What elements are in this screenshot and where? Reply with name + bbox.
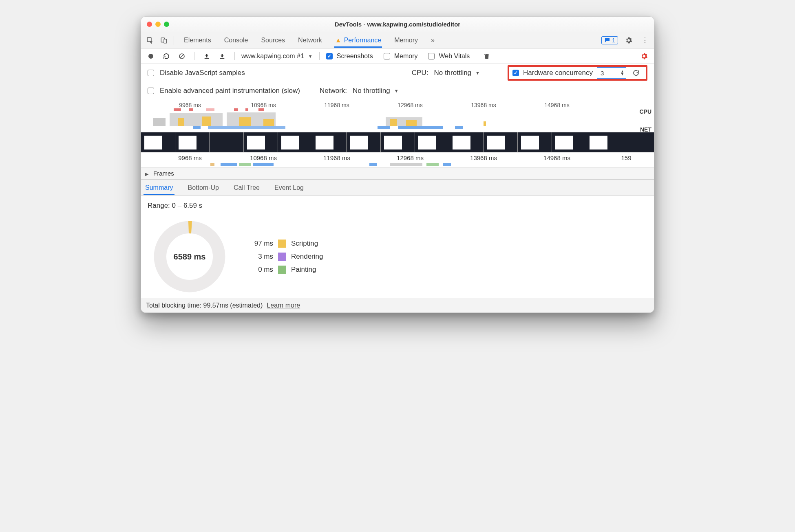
load-profile-button[interactable] — [201, 51, 212, 62]
messages-button[interactable]: 1 — [601, 36, 618, 44]
window-title: DevTools - www.kapwing.com/studio/editor — [141, 21, 654, 28]
time-tick: 159 — [621, 154, 631, 161]
screenshots-checkbox[interactable] — [326, 53, 333, 59]
memory-checkbox[interactable] — [384, 53, 390, 59]
filmstrip-frame[interactable] — [347, 132, 381, 152]
zoom-window-button[interactable] — [164, 22, 169, 27]
inspect-element-icon[interactable] — [144, 35, 156, 46]
subtab-summary[interactable]: Summary — [144, 180, 174, 195]
filmstrip-frame[interactable] — [278, 132, 312, 152]
enable-paint-inst-checkbox[interactable] — [148, 88, 154, 94]
enable-paint-inst-label: Enable advanced paint instrumentation (s… — [160, 87, 300, 95]
tabs-overflow-button[interactable]: » — [430, 33, 435, 48]
stepper-icon[interactable]: ▲▼ — [621, 70, 624, 76]
filmstrip-frame[interactable] — [484, 132, 518, 152]
traffic-lights — [147, 22, 169, 27]
time-tick: 14968 ms — [543, 154, 570, 161]
filmstrip-frame[interactable] — [244, 132, 278, 152]
minimize-window-button[interactable] — [155, 22, 161, 27]
legend-row-rendering: 3 ms Rendering — [245, 253, 323, 261]
filmstrip-frame[interactable] — [415, 132, 449, 152]
summary-panel: Range: 0 – 6.59 s 6589 ms 97 ms Scriptin… — [141, 196, 654, 298]
cpu-throttle-value: No throttling — [434, 69, 471, 77]
tab-sources[interactable]: Sources — [260, 33, 286, 48]
screenshots-label: Screenshots — [337, 53, 373, 60]
tab-console[interactable]: Console — [223, 33, 249, 48]
long-task-marker — [189, 108, 193, 111]
subtab-call-tree[interactable]: Call Tree — [232, 180, 261, 195]
time-tick: 13968 ms — [471, 102, 496, 108]
page-selector[interactable]: www.kapwing.com #1 ▼ — [241, 53, 313, 60]
capture-settings: Disable JavaScript samples CPU: No throt… — [141, 64, 654, 100]
panel-tabs: Elements Console Sources Network ▲ Perfo… — [183, 33, 599, 48]
record-button[interactable] — [145, 51, 157, 62]
legend-row-painting: 0 ms Painting — [245, 266, 323, 274]
filmstrip-frame[interactable] — [210, 132, 244, 152]
titlebar: DevTools - www.kapwing.com/studio/editor — [141, 17, 654, 32]
svg-rect-7 — [220, 58, 225, 59]
clear-button[interactable] — [176, 51, 188, 62]
subtab-event-log[interactable]: Event Log — [273, 180, 305, 195]
legend-value: 97 ms — [245, 240, 273, 248]
range-label: Range: 0 – 6.59 s — [148, 202, 647, 210]
filmstrip-frame[interactable] — [141, 132, 175, 152]
webvitals-checkbox[interactable] — [428, 53, 435, 59]
tab-performance[interactable]: ▲ Performance — [334, 33, 382, 48]
network-throttle-select[interactable]: No throttling ▼ — [353, 87, 399, 95]
separator — [174, 36, 174, 45]
legend-swatch — [278, 240, 286, 248]
time-tick: 14968 ms — [544, 102, 569, 108]
tab-elements[interactable]: Elements — [183, 33, 212, 48]
net-label: NET — [640, 126, 651, 133]
disable-js-samples-label: Disable JavaScript samples — [160, 69, 245, 77]
hardware-concurrency-highlight: Hardware concurrency 3 ▲▼ — [508, 65, 647, 81]
reset-concurrency-icon[interactable] — [630, 67, 642, 79]
subtab-bottom-up[interactable]: Bottom-Up — [186, 180, 220, 195]
delete-icon[interactable] — [481, 51, 492, 62]
webvitals-label: Web Vitals — [439, 53, 470, 60]
capture-settings-gear-icon[interactable] — [638, 51, 650, 62]
summary-chart-row: 6589 ms 97 ms Scripting 3 ms Rendering 0… — [148, 218, 647, 295]
hardware-concurrency-value: 3 — [601, 70, 604, 77]
cpu-throttle-select[interactable]: No throttling ▼ — [434, 69, 480, 77]
close-window-button[interactable] — [147, 22, 152, 27]
cpu-throttle-label: CPU: — [412, 69, 428, 77]
settings-gear-icon[interactable] — [623, 35, 634, 46]
filmstrip-frame[interactable] — [552, 132, 586, 152]
warning-icon: ▲ — [335, 37, 342, 44]
time-ruler-top: 9968 ms 10968 ms 11968 ms 12968 ms 13968… — [141, 100, 654, 108]
tab-network[interactable]: Network — [297, 33, 323, 48]
page-selector-label: www.kapwing.com #1 — [241, 53, 304, 60]
total-blocking-time-label: Total blocking time: 99.57ms (estimated) — [146, 302, 263, 309]
hardware-concurrency-input[interactable]: 3 ▲▼ — [597, 67, 626, 79]
filmstrip-frame[interactable] — [312, 132, 347, 152]
legend: 97 ms Scripting 3 ms Rendering 0 ms Pain… — [245, 240, 323, 274]
filmstrip-frame[interactable] — [381, 132, 415, 152]
frames-section-header[interactable]: Frames — [141, 167, 654, 180]
filmstrip-frame[interactable] — [586, 132, 654, 152]
tab-memory[interactable]: Memory — [393, 33, 419, 48]
reload-record-button[interactable] — [161, 51, 172, 62]
svg-rect-6 — [205, 58, 209, 59]
timeline-overview[interactable]: 9968 ms 10968 ms 11968 ms 12968 ms 13968… — [141, 100, 654, 167]
filmstrip-frame[interactable] — [449, 132, 484, 152]
separator — [194, 52, 194, 60]
filmstrip-frame[interactable] — [518, 132, 552, 152]
filmstrip-frame[interactable] — [175, 132, 210, 152]
time-tick: 9968 ms — [178, 154, 202, 161]
legend-label: Painting — [291, 266, 316, 274]
screenshot-filmstrip[interactable] — [141, 132, 654, 152]
hardware-concurrency-checkbox[interactable] — [512, 70, 519, 76]
time-breakdown-donut: 6589 ms — [151, 218, 228, 295]
kebab-menu-icon[interactable]: ⋮ — [639, 35, 651, 46]
long-task-marker — [206, 108, 214, 111]
save-profile-button[interactable] — [216, 51, 228, 62]
time-tick: 12968 ms — [397, 154, 424, 161]
chevron-down-icon: ▼ — [394, 88, 399, 93]
long-task-marker — [258, 108, 264, 111]
learn-more-link[interactable]: Learn more — [267, 302, 300, 309]
toggle-device-toolbar-icon[interactable] — [158, 35, 170, 46]
svg-line-5 — [180, 54, 184, 58]
disable-js-samples-checkbox[interactable] — [148, 70, 154, 76]
memory-label: Memory — [394, 53, 418, 60]
